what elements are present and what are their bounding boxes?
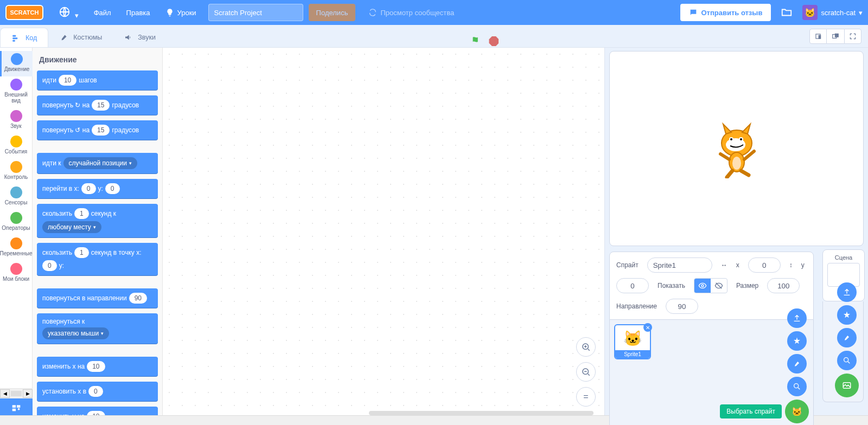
stage-label: Сцена [835, 254, 852, 261]
see-community-button[interactable]: Просмотр сообщества [361, 8, 462, 17]
block-point-direction[interactable]: повернуться в направлении90 [37, 288, 158, 308]
tab-code[interactable]: Код [0, 28, 48, 47]
category-label: Движение [4, 66, 30, 72]
tab-sounds[interactable]: Звуки [113, 28, 167, 47]
category-operators[interactable]: Операторы [0, 210, 33, 235]
zoom-out-button[interactable] [576, 362, 596, 382]
category-variables[interactable]: Переменные [0, 235, 33, 261]
stage-size-toggle [809, 29, 861, 44]
backdrop-search-button[interactable] [837, 351, 857, 370]
category-control[interactable]: Контроль [0, 159, 33, 184]
y-label: y [801, 261, 805, 269]
category-motion[interactable]: Движение [0, 51, 33, 76]
block-move-steps[interactable]: идти10шагов [37, 70, 158, 90]
sprite-surprise-button[interactable] [787, 331, 807, 351]
block-input[interactable]: 1 [74, 208, 89, 219]
stage-size-large[interactable] [827, 29, 844, 44]
backdrop-surprise-button[interactable] [837, 305, 857, 325]
sprite-size-input[interactable] [767, 278, 800, 293]
block-input[interactable]: 15 [92, 100, 110, 111]
search-icon [793, 382, 801, 391]
sprite-cat[interactable] [710, 119, 764, 178]
backdrop-upload-button[interactable] [837, 282, 857, 302]
block-turn-cw[interactable]: повернуть ↻ на15градусов [37, 95, 158, 115]
scripts-workspace[interactable]: = [163, 48, 605, 415]
stage[interactable] [609, 51, 864, 246]
category-events[interactable]: События [0, 133, 33, 159]
show-sprite-button[interactable] [694, 279, 711, 293]
sprite-x-input[interactable] [748, 257, 781, 273]
direction-label: Направление [616, 302, 657, 310]
folder-icon [781, 7, 793, 18]
stage-fullscreen[interactable] [844, 29, 861, 44]
block-goto[interactable]: идти кслучайной позиции [37, 153, 158, 173]
minus-icon [581, 367, 591, 377]
project-title-input[interactable]: Scratch Project [208, 4, 303, 21]
sprite-upload-button[interactable] [787, 308, 807, 328]
block-input[interactable]: 0 [105, 183, 120, 194]
stage-size-small[interactable] [809, 29, 827, 44]
block-input[interactable]: 15 [92, 125, 110, 136]
delete-sprite-button[interactable]: ✕ [643, 323, 652, 332]
tutorials-button[interactable]: Уроки [158, 8, 204, 17]
account-menu[interactable]: 🐱 scratch-cat ▾ [802, 5, 863, 20]
sprite-thumbnail: 🐱 [619, 327, 646, 349]
zoom-reset-button[interactable]: = [576, 387, 596, 407]
xy-icon: ↔ [721, 261, 727, 269]
add-backdrop-menu [835, 282, 859, 397]
block-input[interactable]: 10 [59, 75, 76, 86]
plus-icon [581, 342, 591, 352]
my-stuff-button[interactable] [781, 7, 793, 18]
block-dropdown[interactable]: указателю мыши [42, 327, 109, 339]
block-dropdown[interactable]: любому месту [42, 221, 101, 233]
workspace-scrollbar[interactable] [369, 411, 593, 415]
block-input[interactable]: 1 [74, 247, 89, 258]
block-input[interactable]: 0 [42, 260, 57, 271]
edit-menu[interactable]: Правка [119, 9, 158, 17]
green-flag-button[interactable] [470, 35, 482, 47]
scroll-right-button[interactable]: ▶ [23, 389, 33, 398]
feedback-button[interactable]: Отправить отзыв [680, 4, 771, 21]
category-sensing[interactable]: Сенсоры [0, 184, 33, 210]
scroll-left-button[interactable]: ◀ [0, 389, 10, 398]
category-sound[interactable]: Звук [0, 108, 33, 133]
sprite-tile[interactable]: ✕ 🐱 Sprite1 [614, 324, 651, 359]
share-button[interactable]: Поделись [309, 4, 356, 21]
stop-button[interactable] [489, 36, 499, 46]
block-dropdown[interactable]: случайной позиции [63, 157, 138, 169]
block-gotoxy[interactable]: перейти в x:0y:0 [37, 179, 158, 198]
sprite-paint-button[interactable] [787, 354, 807, 374]
sprite-search-button[interactable] [787, 377, 807, 396]
eye-icon [698, 281, 707, 290]
add-backdrop-button[interactable] [835, 374, 859, 397]
svg-rect-3 [12, 40, 15, 41]
block-change-y[interactable]: изменить y на10 [37, 407, 158, 415]
category-myblocks[interactable]: Мои блоки [0, 261, 33, 286]
block-point-towards[interactable]: повернуться куказателю мыши [37, 313, 158, 344]
block-set-x[interactable]: установить x в0 [37, 382, 158, 401]
block-input[interactable]: 0 [88, 386, 103, 397]
block-turn-ccw[interactable]: повернуть ↺ на15градусов [37, 120, 158, 140]
category-scrollbar[interactable]: ◀ ▶ [0, 389, 33, 398]
block-input[interactable]: 0 [81, 183, 96, 194]
block-input[interactable]: 90 [129, 293, 147, 304]
extension-button[interactable] [0, 398, 33, 415]
block-glide-xy[interactable]: скользить1секунд в точку x:0y: [37, 243, 158, 275]
scratch-logo[interactable]: SCRATCH [5, 5, 43, 20]
block-glide-to[interactable]: скользить1секунд клюбому месту [37, 204, 158, 237]
block-input[interactable]: 10 [87, 361, 105, 372]
language-menu[interactable]: ▾ [51, 6, 86, 20]
block-input[interactable]: 10 [87, 411, 105, 415]
backdrop-paint-button[interactable] [837, 328, 857, 347]
svg-point-21 [701, 285, 704, 287]
add-sprite-button[interactable]: Выбрать спрайт 🐱 [785, 400, 809, 423]
sprite-name-input[interactable] [647, 257, 712, 273]
sprite-y-input[interactable] [616, 278, 649, 293]
zoom-in-button[interactable] [576, 337, 596, 357]
block-change-x[interactable]: изменить x на10 [37, 357, 158, 376]
file-menu[interactable]: Файл [86, 9, 119, 17]
tab-costumes[interactable]: Костюмы [48, 28, 113, 47]
hide-sprite-button[interactable] [711, 279, 727, 293]
category-looks[interactable]: Внешний вид [0, 76, 33, 108]
sprite-direction-input[interactable] [666, 299, 698, 314]
